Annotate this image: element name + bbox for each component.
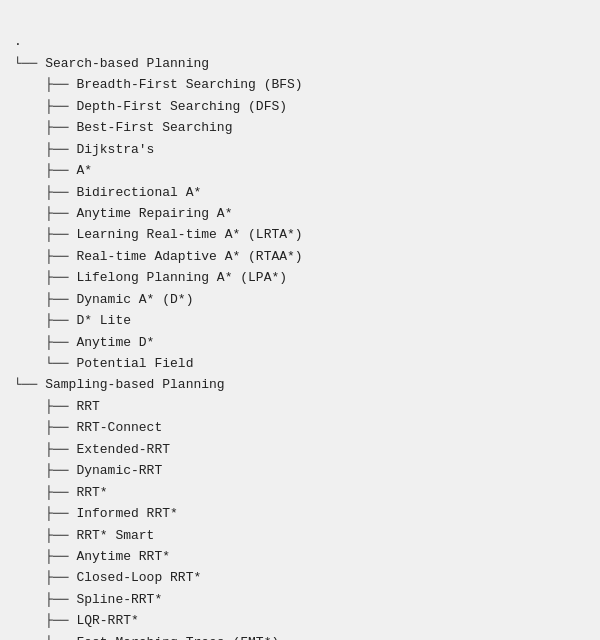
tree-line: ├── Closed-Loop RRT* [14,567,586,588]
tree-line: └── Potential Field [14,353,586,374]
tree-line: ├── Dynamic-RRT [14,460,586,481]
tree-line: └── Sampling-based Planning [14,374,586,395]
tree-line: └── Search-based Planning [14,53,586,74]
tree-line: ├── RRT [14,396,586,417]
tree-line: ├── D* Lite [14,310,586,331]
tree-line: ├── Best-First Searching [14,117,586,138]
tree-line: ├── Depth-First Searching (DFS) [14,96,586,117]
tree-line: ├── Dynamic A* (D*) [14,289,586,310]
tree-line: ├── Real-time Adaptive A* (RTAA*) [14,246,586,267]
tree-line: ├── Extended-RRT [14,439,586,460]
tree-line: ├── RRT-Connect [14,417,586,438]
tree-line: ├── Bidirectional A* [14,182,586,203]
tree-line: ├── Anytime RRT* [14,546,586,567]
tree-line: ├── Fast Marching Trees (FMT*) [14,632,586,640]
tree-line: ├── Learning Real-time A* (LRTA*) [14,224,586,245]
tree-line: ├── RRT* Smart [14,525,586,546]
tree-line: ├── Breadth-First Searching (BFS) [14,74,586,95]
tree-line: ├── Informed RRT* [14,503,586,524]
tree-line: ├── Anytime Repairing A* [14,203,586,224]
tree-line: ├── A* [14,160,586,181]
tree-line: ├── RRT* [14,482,586,503]
tree-line: ├── Dijkstra's [14,139,586,160]
tree-line: ├── Lifelong Planning A* (LPA*) [14,267,586,288]
tree-line: . [14,31,586,52]
tree-line: ├── Spline-RRT* [14,589,586,610]
tree-line: ├── Anytime D* [14,332,586,353]
tree-container: .└── Search-based Planning ├── Breadth-F… [14,10,586,640]
tree-line: ├── LQR-RRT* [14,610,586,631]
